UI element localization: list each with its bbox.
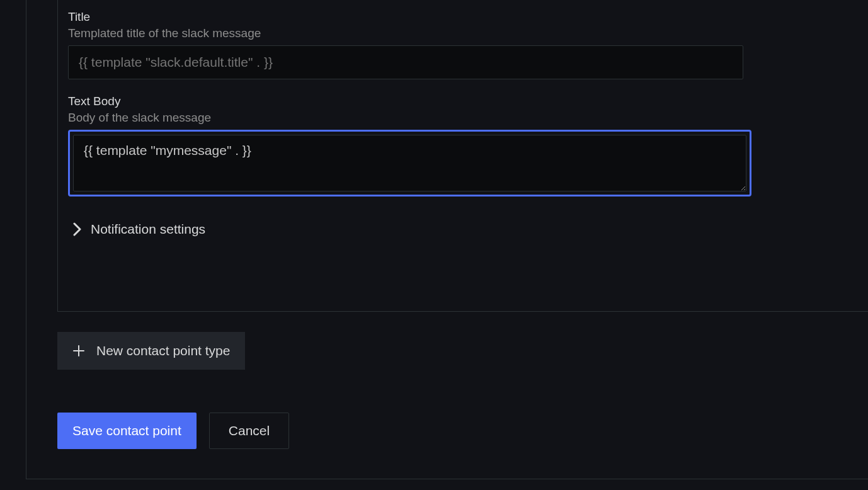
title-input[interactable] [68,45,743,79]
title-label: Title [68,10,858,24]
new-contact-point-type-button[interactable]: New contact point type [57,332,245,370]
chevron-right-icon [73,222,82,236]
form-section: Title Templated title of the slack messa… [58,0,868,247]
action-buttons-row: Save contact point Cancel [57,413,289,449]
title-field-group: Title Templated title of the slack messa… [68,10,858,79]
title-description: Templated title of the slack message [68,26,858,40]
contact-point-config-panel: Title Templated title of the slack messa… [57,0,868,312]
text-body-description: Body of the slack message [68,111,858,125]
text-body-focus-ring [68,130,751,197]
plus-icon [72,345,85,357]
save-contact-point-button[interactable]: Save contact point [57,413,197,449]
text-body-textarea[interactable] [73,135,746,191]
text-body-field-group: Text Body Body of the slack message [68,94,858,197]
text-body-label: Text Body [68,94,858,108]
cancel-button[interactable]: Cancel [209,413,289,449]
notification-settings-toggle[interactable]: Notification settings [68,222,858,237]
new-contact-point-label: New contact point type [96,343,230,358]
notification-settings-label: Notification settings [91,222,205,237]
